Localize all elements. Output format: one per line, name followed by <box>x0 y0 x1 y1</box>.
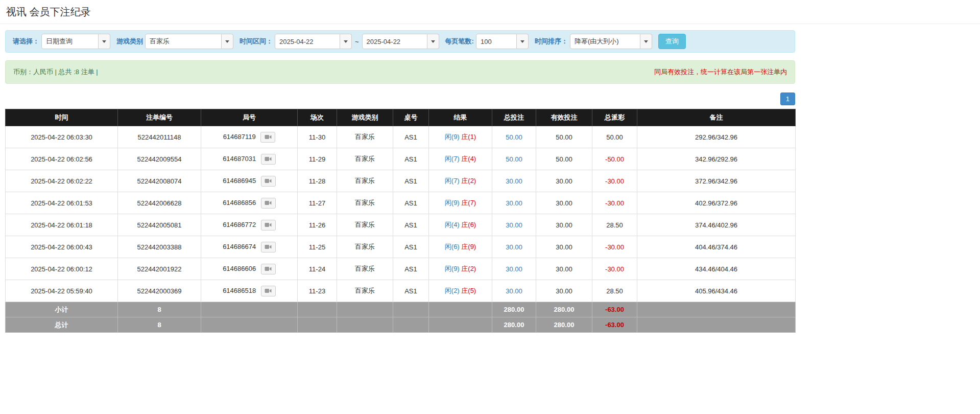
video-replay-button[interactable] <box>261 286 276 296</box>
video-replay-button[interactable] <box>261 176 276 187</box>
video-camera-icon <box>265 288 272 294</box>
total-bet-link[interactable]: 30.00 <box>506 287 522 295</box>
bet-id-cell: 522442009554 <box>118 148 201 170</box>
select-type-dropdown-button[interactable] <box>99 34 110 49</box>
result-cell: 闲(9) 庄(1) <box>429 126 492 148</box>
session-cell: 11-27 <box>298 192 337 214</box>
valid-bet-cell: 30.00 <box>536 258 592 280</box>
date-from-combobox <box>275 34 352 49</box>
round-id-cell: 614686945 <box>201 170 298 192</box>
round-id-cell: 614686772 <box>201 214 298 236</box>
date-to-input[interactable] <box>362 34 427 49</box>
payout-cell: -30.00 <box>592 192 637 214</box>
select-type-label: 请选择： <box>13 37 39 46</box>
summary-payout-cell: -63.00 <box>592 302 637 317</box>
select-type-input[interactable] <box>41 34 99 49</box>
chevron-down-icon <box>644 40 648 43</box>
summary-empty-cell <box>298 317 337 333</box>
total-bet-link[interactable]: 30.00 <box>506 177 522 185</box>
video-replay-button[interactable] <box>260 132 275 143</box>
bet-id-cell: 522442003388 <box>118 236 201 258</box>
table-footer: 小计 8 280.00 280.00 -63.00 总计 8 280.00 28… <box>6 302 796 333</box>
result-cell: 闲(2) 庄(5) <box>429 280 492 302</box>
total-bet-link[interactable]: 30.00 <box>506 199 522 207</box>
bet-id-cell: 522442006628 <box>118 192 201 214</box>
bet-id-cell: 522442005081 <box>118 214 201 236</box>
video-camera-icon <box>265 266 272 272</box>
game-type-cell: 百家乐 <box>337 214 393 236</box>
chevron-down-icon <box>520 40 524 43</box>
game-type-cell: 百家乐 <box>337 148 393 170</box>
total-bet-link[interactable]: 50.00 <box>506 133 522 141</box>
game-type-cell: 百家乐 <box>337 280 393 302</box>
sort-order-input[interactable] <box>570 34 640 49</box>
date-from-dropdown-button[interactable] <box>340 34 352 49</box>
round-id-text: 614686606 <box>223 264 256 272</box>
date-to-dropdown-button[interactable] <box>427 34 439 49</box>
result-cell: 闲(9) 庄(7) <box>429 192 492 214</box>
table-body: 2025-04-22 06:03:30 522442011148 6146871… <box>6 126 796 302</box>
summary-empty-cell <box>337 317 393 333</box>
round-id-cell: 614686606 <box>201 258 298 280</box>
page-size-input[interactable] <box>476 34 517 49</box>
search-button[interactable]: 查询 <box>658 34 686 49</box>
valid-bet-cell: 30.00 <box>536 170 592 192</box>
total-bet-cell: 30.00 <box>492 192 536 214</box>
player-result: 闲(9) <box>445 265 460 272</box>
table-no-cell: AS1 <box>393 214 429 236</box>
video-replay-button[interactable] <box>261 220 276 231</box>
game-type-cell: 百家乐 <box>337 170 393 192</box>
session-cell: 11-25 <box>298 236 337 258</box>
video-replay-button[interactable] <box>261 264 276 274</box>
summary-empty-cell <box>201 302 298 317</box>
total-bet-cell: 50.00 <box>492 148 536 170</box>
date-from-input[interactable] <box>275 34 340 49</box>
round-id-cell: 614686518 <box>201 280 298 302</box>
video-replay-button[interactable] <box>261 242 276 252</box>
result-cell: 闲(7) 庄(2) <box>429 170 492 192</box>
sort-order-combobox <box>570 34 652 49</box>
table-row: 2025-04-22 06:02:22 522442008074 6146869… <box>6 170 796 192</box>
table-no-cell: AS1 <box>393 280 429 302</box>
total-bet-link[interactable]: 30.00 <box>506 265 522 273</box>
banker-result: 庄(2) <box>461 265 476 272</box>
page-size-label: 每页笔数: <box>445 37 474 46</box>
remark-cell: 292.96/342.96 <box>637 126 796 148</box>
summary-row: 总计 8 280.00 280.00 -63.00 <box>6 317 796 333</box>
table-row: 2025-04-22 06:00:43 522442003388 6146866… <box>6 236 796 258</box>
select-type-combobox <box>41 34 110 49</box>
time-cell: 2025-04-22 05:59:40 <box>6 280 118 302</box>
summary-empty-cell <box>337 302 393 317</box>
summary-empty-cell <box>429 317 492 333</box>
page-size-dropdown-button[interactable] <box>517 34 529 49</box>
total-bet-link[interactable]: 30.00 <box>506 221 522 229</box>
table-no-cell: AS1 <box>393 148 429 170</box>
sort-order-dropdown-button[interactable] <box>640 34 652 49</box>
chevron-down-icon <box>344 40 348 43</box>
banker-result: 庄(7) <box>461 199 476 206</box>
video-replay-button[interactable] <box>261 154 276 165</box>
game-type-input[interactable] <box>145 34 222 49</box>
total-bet-link[interactable]: 30.00 <box>506 243 522 251</box>
summary-empty-cell <box>393 317 429 333</box>
banker-result: 庄(9) <box>461 243 476 250</box>
col-header-remark: 备注 <box>637 109 796 126</box>
player-result: 闲(7) <box>445 177 460 185</box>
remark-cell: 374.46/402.96 <box>637 214 796 236</box>
summary-count-cell: 8 <box>118 317 201 333</box>
summary-empty-cell <box>201 317 298 333</box>
valid-bet-cell: 30.00 <box>536 236 592 258</box>
summary-label-cell: 小计 <box>6 302 118 317</box>
game-type-cell: 百家乐 <box>337 192 393 214</box>
pagination-page-1-button[interactable]: 1 <box>780 93 795 105</box>
date-range-separator: ~ <box>355 38 359 45</box>
total-bet-link[interactable]: 50.00 <box>506 155 522 163</box>
video-replay-button[interactable] <box>261 198 276 209</box>
banker-result: 庄(1) <box>461 133 476 141</box>
payout-cell: 50.00 <box>592 126 637 148</box>
summary-empty-cell <box>637 302 796 317</box>
game-type-dropdown-button[interactable] <box>222 34 233 49</box>
round-id-text: 614687119 <box>223 132 256 140</box>
result-cell: 闲(7) 庄(4) <box>429 148 492 170</box>
table-no-cell: AS1 <box>393 236 429 258</box>
